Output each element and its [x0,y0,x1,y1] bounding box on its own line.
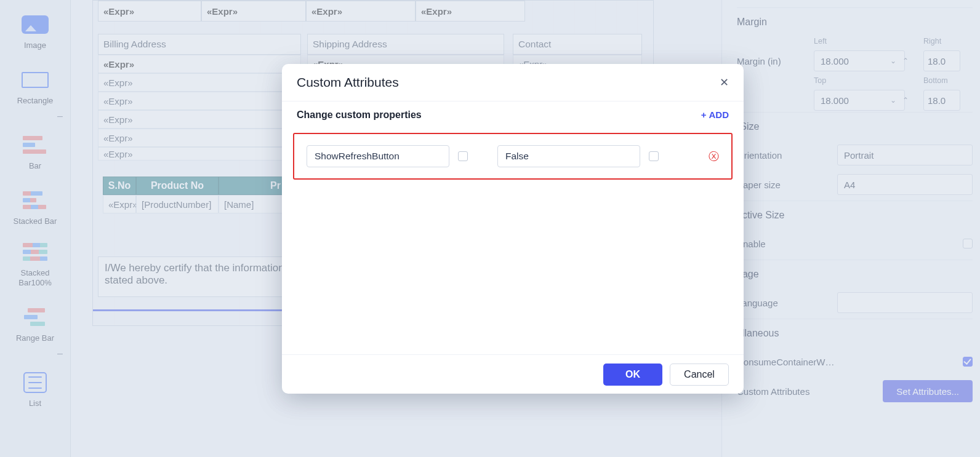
custom-attributes-dialog: Custom Attributes ✕ Change custom proper… [282,64,744,394]
ok-button[interactable]: OK [603,364,662,386]
attr-checkbox-1[interactable] [458,151,468,161]
attribute-row: ⓧ [293,133,733,180]
attr-key-input[interactable] [307,145,449,167]
add-label: ADD [709,109,729,120]
cancel-button[interactable]: Cancel [670,364,729,386]
attr-value-input[interactable] [497,145,640,167]
close-icon[interactable]: ✕ [720,76,729,89]
dialog-subtitle: Change custom properties [297,109,422,121]
attr-checkbox-2[interactable] [649,151,659,161]
dialog-title: Custom Attributes [297,75,399,90]
plus-icon: + [701,109,707,120]
delete-icon[interactable]: ⓧ [709,149,719,164]
add-attribute-button[interactable]: + ADD [701,109,729,120]
